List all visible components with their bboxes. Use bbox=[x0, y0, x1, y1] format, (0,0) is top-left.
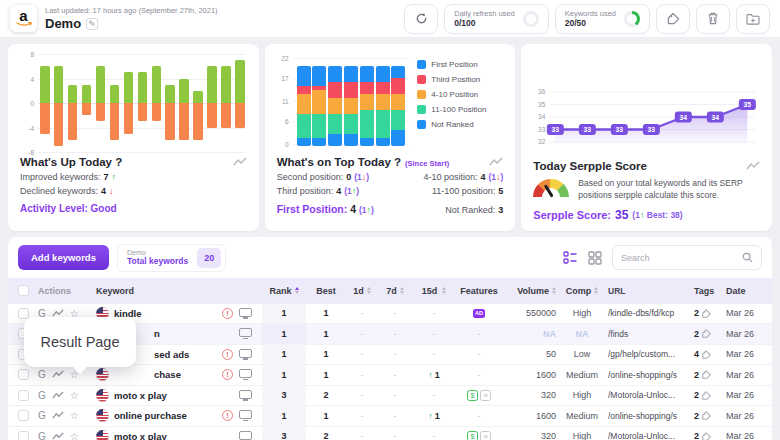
sort-icon[interactable] bbox=[367, 287, 371, 295]
tag-icon[interactable] bbox=[702, 432, 711, 440]
star-icon[interactable]: ☆ bbox=[70, 390, 79, 401]
result-url[interactable]: /finds bbox=[608, 329, 692, 339]
row-checkbox[interactable] bbox=[18, 431, 29, 440]
tag-icon[interactable] bbox=[702, 350, 711, 359]
row-checkbox[interactable] bbox=[18, 308, 29, 319]
change-15d: - bbox=[412, 349, 456, 359]
activity-level-value: Good bbox=[91, 203, 117, 214]
tag-icon[interactable] bbox=[702, 309, 711, 318]
serp-trend-icon[interactable] bbox=[52, 391, 64, 400]
whats-up-title: What's Up Today ? bbox=[20, 156, 122, 168]
ad-feature-badge[interactable]: AD bbox=[473, 309, 486, 319]
column-header-1d[interactable]: 1d bbox=[346, 286, 378, 296]
serp-trend-icon[interactable] bbox=[52, 411, 64, 420]
result-url[interactable]: /gp/help/custom... bbox=[608, 349, 692, 359]
refresh-button[interactable] bbox=[404, 4, 438, 34]
keyword-text[interactable]: online purchase bbox=[114, 410, 187, 421]
desktop-device-icon[interactable] bbox=[239, 308, 252, 317]
folder-icon bbox=[746, 13, 760, 25]
trash-button[interactable] bbox=[696, 4, 730, 34]
table-row[interactable]: G ☆ chase ! 1 1 - - ↑ 1 - 1600 Medium /o… bbox=[8, 365, 772, 386]
alert-icon[interactable]: ! bbox=[222, 349, 233, 360]
grid-view-button[interactable] bbox=[588, 251, 602, 265]
shopping-feature-icon[interactable]: $ bbox=[467, 431, 478, 440]
serp-trend-icon[interactable] bbox=[52, 370, 64, 379]
snippet-feature-icon[interactable]: ≡ bbox=[480, 431, 491, 440]
list-view-button[interactable] bbox=[563, 251, 578, 264]
tag-icon[interactable] bbox=[702, 411, 711, 420]
bar-pair bbox=[235, 54, 245, 152]
google-icon[interactable]: G bbox=[38, 369, 46, 380]
desktop-device-icon[interactable] bbox=[239, 328, 252, 337]
daily-refresh-progress-ring bbox=[523, 11, 539, 27]
desktop-device-icon[interactable] bbox=[239, 410, 252, 419]
result-url[interactable]: /Motorola-Unloc... bbox=[608, 390, 692, 400]
tag-icon[interactable] bbox=[702, 391, 711, 400]
sort-icon[interactable] bbox=[594, 287, 598, 295]
google-icon[interactable]: G bbox=[38, 431, 46, 440]
desktop-device-icon[interactable] bbox=[239, 431, 252, 440]
sort-icon[interactable] bbox=[400, 287, 404, 295]
desktop-device-icon[interactable] bbox=[239, 390, 252, 399]
edit-project-icon[interactable]: ✎ bbox=[86, 18, 98, 30]
change-15d: - bbox=[412, 329, 456, 339]
tag-icon[interactable] bbox=[702, 370, 711, 379]
legend-item: First Position bbox=[417, 60, 503, 69]
result-url[interactable]: /online-shopping/s bbox=[608, 411, 692, 421]
row-checkbox[interactable] bbox=[18, 410, 29, 421]
keyword-text[interactable]: moto x play bbox=[114, 431, 167, 440]
shopping-feature-icon[interactable]: $ bbox=[467, 390, 478, 401]
search-icon[interactable] bbox=[742, 252, 753, 263]
desktop-device-icon[interactable] bbox=[239, 369, 252, 378]
alert-icon[interactable]: ! bbox=[222, 369, 233, 380]
result-url[interactable]: /online-shopping/s bbox=[608, 370, 692, 380]
competition-value: High bbox=[556, 308, 608, 318]
result-url[interactable]: /kindle-dbs/fd/kcp bbox=[608, 308, 692, 318]
snippet-feature-icon[interactable]: ≡ bbox=[480, 390, 491, 401]
add-keywords-button[interactable]: Add keywords bbox=[18, 245, 109, 270]
alert-icon[interactable]: ! bbox=[222, 410, 233, 421]
select-all-checkbox[interactable] bbox=[18, 285, 29, 296]
svg-text:34: 34 bbox=[680, 114, 688, 121]
p11100-position-label: 11-100 position: bbox=[432, 186, 495, 196]
serp-trend-icon[interactable] bbox=[52, 432, 64, 440]
change-15d: ↑ 1 bbox=[412, 370, 456, 380]
column-header-comp[interactable]: Comp bbox=[556, 286, 608, 296]
row-checkbox[interactable] bbox=[18, 369, 29, 380]
alert-icon[interactable]: ! bbox=[222, 308, 233, 319]
row-checkbox[interactable] bbox=[18, 390, 29, 401]
amazon-smile-icon bbox=[16, 22, 32, 27]
best-value: 1 bbox=[323, 411, 328, 421]
change-15d: - bbox=[412, 431, 456, 440]
google-icon[interactable]: G bbox=[38, 410, 46, 421]
rank-value: 1 bbox=[281, 329, 286, 339]
google-icon[interactable]: G bbox=[38, 390, 46, 401]
daily-refresh-value: 0/100 bbox=[454, 18, 514, 28]
column-header-15d[interactable]: 15d bbox=[412, 286, 456, 296]
column-header-rank[interactable]: Rank bbox=[262, 278, 306, 304]
sort-icon[interactable] bbox=[295, 287, 299, 295]
table-row[interactable]: G ☆ online purchase ! 1 1 - - ↑ 1 - 1600… bbox=[8, 406, 772, 427]
keyword-text[interactable]: moto x play bbox=[114, 390, 167, 401]
change-7d: - bbox=[394, 431, 397, 440]
svg-text:33: 33 bbox=[538, 126, 546, 133]
star-icon[interactable]: ☆ bbox=[70, 410, 79, 421]
desktop-device-icon[interactable] bbox=[239, 349, 252, 358]
move-to-folder-button[interactable] bbox=[736, 4, 770, 34]
column-header-7d[interactable]: 7d bbox=[378, 286, 412, 296]
column-header-url: URL bbox=[608, 286, 692, 296]
result-url[interactable]: /Motorola-Unloc... bbox=[608, 431, 692, 440]
star-icon[interactable]: ☆ bbox=[70, 431, 79, 440]
search-input[interactable] bbox=[621, 253, 736, 263]
keyword-text[interactable]: chase bbox=[114, 369, 181, 380]
tag-icon[interactable] bbox=[702, 329, 711, 338]
tag-button[interactable] bbox=[656, 4, 690, 34]
whats-up-today-card: 840-4-8 What's Up Today ? Improved keywo… bbox=[8, 44, 259, 231]
bar-pair bbox=[152, 54, 162, 152]
sort-icon[interactable] bbox=[442, 287, 446, 295]
column-header-volume[interactable]: Volume bbox=[502, 286, 556, 296]
table-row[interactable]: G ☆ moto x play 3 2 - - - $≡ 320 High /M… bbox=[8, 386, 772, 407]
keywords-table-card: Add keywords Demo Total keywords 20 Acti… bbox=[8, 237, 772, 440]
table-row[interactable]: G ☆ moto x play 3 2 - - - $≡ 320 High /M… bbox=[8, 427, 772, 440]
keywords-used-stat: Keywords used 20/50 bbox=[555, 4, 650, 34]
